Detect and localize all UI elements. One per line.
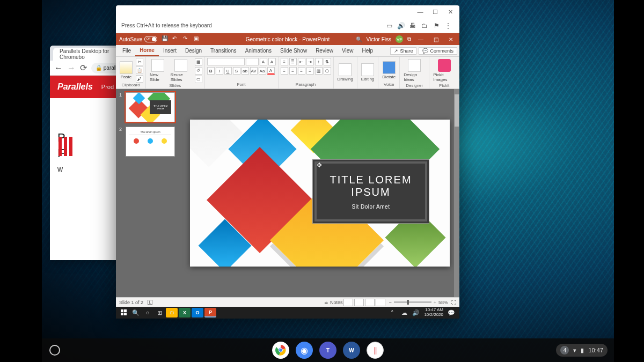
strike-icon[interactable]: S	[233, 67, 240, 75]
display-icon[interactable]: ▭	[383, 21, 395, 31]
reset-icon[interactable]: ↺	[195, 67, 202, 75]
fit-window-icon[interactable]: ⛶	[451, 300, 456, 305]
tab-file[interactable]: File	[118, 45, 135, 56]
align-center-icon[interactable]: ≡	[289, 67, 297, 75]
search-icon[interactable]: 🔍	[130, 308, 142, 317]
tray-chevron-icon[interactable]: ˄	[386, 308, 398, 317]
design-ideas-button[interactable]: Design Ideas	[402, 58, 427, 83]
numbering-icon[interactable]: ≣	[289, 58, 297, 65]
forward-icon[interactable]: →	[67, 63, 76, 73]
user-name[interactable]: Victor Fiss	[367, 36, 392, 42]
font-color-icon[interactable]: A	[267, 67, 275, 75]
word-icon[interactable]: W	[343, 342, 360, 359]
window-mode-icon[interactable]: ⧉	[407, 36, 411, 42]
italic-icon[interactable]: I	[216, 67, 223, 75]
slide-title[interactable]: TITLE LOREM IPSUM	[313, 174, 429, 198]
launcher-button[interactable]	[49, 345, 60, 356]
user-avatar[interactable]: VF	[396, 35, 403, 43]
slide-canvas-area[interactable]: TITLE LOREM IPSUM Sit Dolor Amet ✥	[180, 89, 459, 297]
status-pill[interactable]: 4 ▾ ▮ 10:47	[556, 344, 608, 357]
layout-icon[interactable]: ▦	[195, 58, 202, 66]
slide-thumbnails-panel[interactable]: 1 TITLE LOREMIPSUM 2 The lorem ipsum	[116, 89, 180, 297]
tab-slideshow[interactable]: Slide Show	[276, 45, 311, 56]
paste-button[interactable]: Paste	[118, 60, 134, 80]
shadow-icon[interactable]: ab	[241, 67, 249, 75]
align-right-icon[interactable]: ≡	[298, 67, 305, 75]
pickit-button[interactable]: Pickit Images	[431, 58, 457, 83]
comments-button[interactable]: 💬 Comments	[419, 47, 457, 55]
tab-design[interactable]: Design	[181, 45, 206, 56]
action-center-icon[interactable]: 💬	[445, 308, 457, 317]
zoom-slider[interactable]	[394, 301, 431, 303]
shrink-font-icon[interactable]: A	[268, 58, 276, 65]
format-painter-icon[interactable]: 🖌	[136, 75, 143, 83]
save-icon[interactable]: 💾	[162, 35, 169, 43]
pp-close-button[interactable]: ✕	[445, 36, 456, 42]
slide-subtitle[interactable]: Sit Dolor Amet	[352, 204, 390, 210]
parallels-shelf-icon[interactable]: ∥	[367, 342, 384, 359]
vm-close-button[interactable]: ✕	[444, 8, 456, 16]
chromeos-shelf[interactable]: ◉ T W ∥ 4 ▾ ▮ 10:47	[42, 338, 614, 362]
slideshow-view-icon[interactable]	[376, 299, 385, 306]
indent-dec-icon[interactable]: ⇤	[298, 58, 305, 65]
reading-view-icon[interactable]	[365, 299, 375, 306]
tab-review[interactable]: Review	[311, 45, 338, 56]
status-tray[interactable]: 4 ▾ ▮ 10:47	[556, 344, 614, 357]
slide-canvas[interactable]: TITLE LOREM IPSUM Sit Dolor Amet ✥	[190, 120, 450, 267]
start-button[interactable]	[118, 308, 130, 317]
new-slide-button[interactable]: New Slide	[148, 58, 167, 83]
font-family-select[interactable]	[207, 58, 245, 65]
notes-button[interactable]: ≐ Notes	[324, 300, 342, 305]
folder-icon[interactable]: 🗀	[419, 21, 430, 31]
nav-products[interactable]: Prod	[101, 84, 114, 90]
cut-icon[interactable]: ✂	[136, 58, 143, 65]
zoom-out-icon[interactable]: −	[389, 300, 391, 305]
underline-icon[interactable]: U	[224, 67, 232, 75]
redo-icon[interactable]: ↷	[183, 35, 191, 43]
toggle-icon[interactable]: Off	[144, 36, 157, 42]
case-icon[interactable]: Aa	[259, 67, 266, 75]
search-icon[interactable]: 🔍	[356, 36, 362, 42]
bold-icon[interactable]: B	[207, 67, 215, 75]
grow-font-icon[interactable]: A	[260, 58, 267, 65]
undo-icon[interactable]: ↶	[172, 35, 180, 43]
align-left-icon[interactable]: ≡	[281, 67, 288, 75]
tray-volume-icon[interactable]: 🔊	[410, 308, 422, 317]
section-icon[interactable]: ▭	[195, 76, 202, 83]
thumb-slide-2[interactable]: 2 The lorem ipsum	[119, 127, 177, 157]
indent-inc-icon[interactable]: ⇥	[306, 58, 314, 65]
cortana-icon[interactable]: ○	[142, 308, 153, 317]
start-slideshow-icon[interactable]: ▣	[194, 35, 201, 43]
tab-help[interactable]: Help	[357, 45, 377, 56]
zoom-in-icon[interactable]: +	[434, 300, 436, 305]
title-text-box[interactable]: TITLE LOREM IPSUM Sit Dolor Amet	[312, 159, 429, 224]
bullets-icon[interactable]: ≡	[281, 58, 288, 65]
reuse-slides-button[interactable]: Reuse Slides	[169, 58, 193, 83]
chrome-icon[interactable]	[272, 342, 289, 359]
back-icon[interactable]: ←	[54, 63, 63, 73]
tab-insert[interactable]: Insert	[159, 45, 181, 56]
drawing-button[interactable]: Drawing	[336, 62, 355, 83]
tray-cloud-icon[interactable]: ☁	[398, 308, 410, 317]
windows-clock[interactable]: 10:47 AM 10/2/2020	[424, 308, 443, 317]
share-button[interactable]: ↗ Share	[390, 47, 416, 55]
vertical-scrollbar[interactable]	[454, 89, 459, 297]
task-view-icon[interactable]: ⊞	[153, 308, 165, 317]
flag-icon[interactable]: ⚑	[430, 21, 442, 31]
teams-icon[interactable]: T	[319, 342, 336, 359]
parallels-vm-window[interactable]: — ☐ ✕ Press Ctrl+Alt to release the keyb…	[116, 5, 459, 319]
justify-icon[interactable]: ≡	[306, 67, 314, 75]
vm-maximize-button[interactable]: ☐	[429, 8, 441, 16]
autosave-toggle[interactable]: AutoSave Off	[119, 36, 157, 42]
print-icon[interactable]: 🖶	[407, 21, 419, 31]
windows-taskbar[interactable]: 🔍 ○ ⊞ 🗀 X O P ˄ ☁ 🔊 10:47 AM 10/2/2020 💬	[116, 307, 459, 319]
copy-icon[interactable]: 📋	[136, 67, 143, 74]
spellcheck-icon[interactable]: 🄻	[148, 300, 152, 305]
spacing-icon[interactable]: AV	[250, 67, 258, 75]
pp-minimize-button[interactable]: —	[415, 36, 426, 42]
files-icon[interactable]: ◉	[296, 342, 313, 359]
file-explorer-icon[interactable]: 🗀	[166, 308, 178, 317]
tab-view[interactable]: View	[338, 45, 358, 56]
thumb-slide-1[interactable]: 1 TITLE LOREMIPSUM	[119, 92, 177, 122]
text-direction-icon[interactable]: ⇅	[324, 58, 331, 65]
